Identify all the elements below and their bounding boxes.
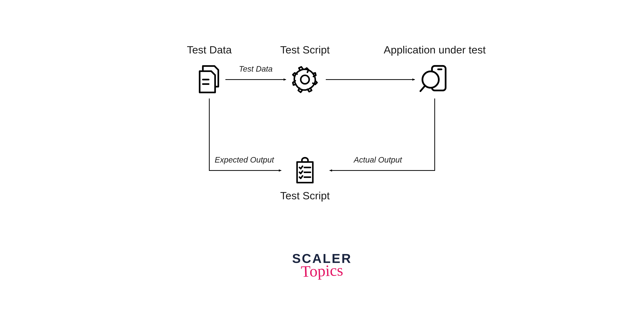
edge-label-actual-output: Actual Output: [354, 155, 402, 164]
edge-label-expected-output: Expected Output: [215, 155, 274, 164]
checklist-icon: [290, 155, 320, 186]
edge-label-data-to-script: Test Data: [239, 64, 272, 74]
node-label-test-script-bottom: Test Script: [280, 190, 330, 202]
app-inspect-icon: [418, 62, 452, 96]
diagram-canvas: Test Data Test Script Application under …: [0, 0, 644, 319]
node-label-test-script-top: Test Script: [280, 44, 330, 56]
svg-line-6: [420, 86, 424, 91]
brand-logo: SCALER Topics: [292, 252, 352, 278]
svg-point-2: [301, 76, 309, 84]
node-label-app-under-test: Application under test: [384, 44, 486, 56]
node-label-test-data: Test Data: [187, 44, 232, 56]
svg-point-5: [422, 72, 439, 88]
documents-icon: [193, 64, 226, 96]
gear-icon: [290, 64, 320, 95]
brand-text-topics: Topics: [292, 263, 352, 279]
